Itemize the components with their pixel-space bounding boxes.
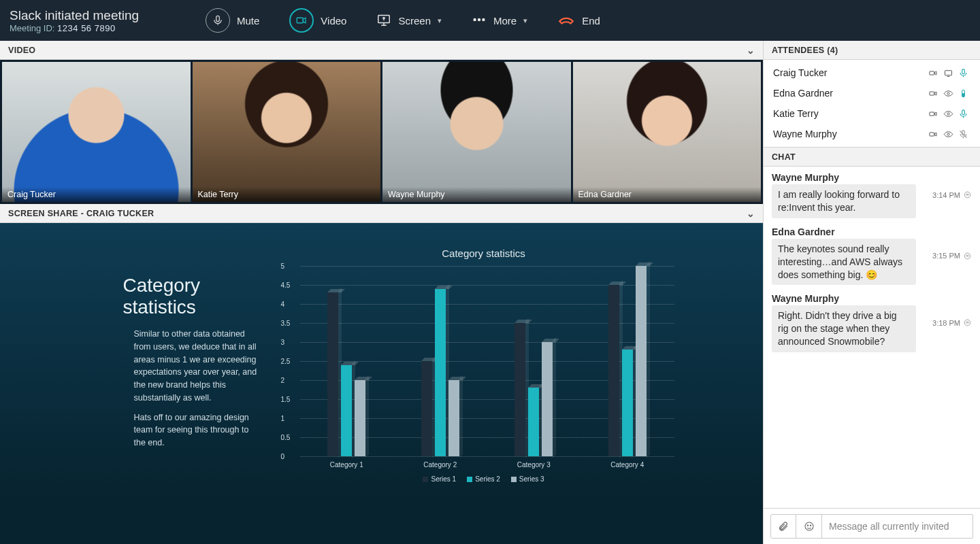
chat-timestamp: 3:15 PM [932, 252, 972, 260]
mute-button[interactable]: Mute [191, 0, 274, 41]
mute-label: Mute [237, 15, 259, 27]
svg-point-24 [810, 525, 811, 526]
chat-panel: CHAT Wayne MurphyI am really looking for… [764, 147, 980, 544]
microphone-icon [956, 68, 970, 78]
svg-point-10 [947, 92, 949, 94]
end-call-button[interactable]: End [542, 0, 615, 41]
svg-point-5 [483, 18, 485, 20]
chat-text-input[interactable] [822, 514, 973, 539]
more-button[interactable]: More ▾ [457, 0, 542, 41]
chat-bubble: The keynotes sound really interesting…an… [772, 239, 916, 286]
svg-point-23 [807, 525, 808, 526]
svg-point-19 [964, 192, 970, 199]
svg-point-17 [947, 133, 949, 135]
eye-icon [941, 129, 956, 139]
chat-message: Edna GardnerThe keynotes sound really in… [772, 226, 972, 286]
meeting-info: Slack initiated meeting Meeting ID: 1234… [0, 8, 191, 33]
chevron-down-icon: ⌄ [747, 208, 755, 219]
video-tile[interactable]: Craig Tucker [2, 62, 191, 202]
microphone-muted-icon [956, 129, 970, 139]
slide-heading: Category statistics [123, 275, 259, 318]
svg-point-21 [964, 320, 970, 326]
legend-item: Series 1 [423, 475, 456, 483]
svg-point-3 [474, 18, 476, 20]
svg-rect-9 [929, 92, 934, 95]
camera-icon [289, 8, 314, 33]
video-strip: Craig Tucker Katie Terry Wayne Murphy Ed… [0, 60, 763, 204]
more-icon [472, 12, 487, 29]
attendee-name: Craig Tucker [773, 67, 926, 78]
video-section-title: VIDEO [8, 46, 35, 55]
camera-icon [926, 109, 941, 119]
attendees-section-header[interactable]: ATTENDEES (4) [764, 41, 980, 60]
screen-label: Screen [398, 15, 431, 27]
attendee-name: Katie Terry [773, 108, 926, 119]
chart-legend: Series 1 Series 2 Series 3 [273, 475, 695, 483]
chart-title: Category statistics [273, 248, 695, 259]
chat-author: Edna Gardner [772, 226, 927, 237]
camera-icon [926, 68, 941, 78]
chat-author: Wayne Murphy [772, 293, 927, 304]
svg-rect-15 [962, 109, 964, 114]
svg-point-20 [964, 253, 970, 259]
video-tile-name: Edna Gardner [573, 187, 762, 202]
svg-rect-1 [297, 18, 304, 23]
attendees-list: Craig TuckerEdna GardnerKatie TerryWayne… [764, 60, 980, 147]
chat-timestamp: 3:14 PM [932, 190, 972, 199]
hangup-icon [557, 11, 575, 31]
attendee-name: Wayne Murphy [773, 129, 926, 139]
chat-timestamp: 3:18 PM [932, 318, 972, 327]
attendee-row[interactable]: Edna Gardner [764, 83, 980, 103]
chat-section-title: CHAT [772, 152, 796, 162]
attendee-row[interactable]: Katie Terry [764, 103, 980, 124]
video-label: Video [321, 15, 346, 27]
attendee-row[interactable]: Craig Tucker [764, 63, 980, 83]
svg-point-22 [805, 522, 813, 530]
video-tile-name: Craig Tucker [2, 187, 191, 202]
svg-rect-12 [962, 93, 964, 96]
attach-button[interactable] [770, 514, 796, 539]
chat-message: Wayne MurphyI am really looking forward … [772, 172, 972, 218]
video-button[interactable]: Video [274, 0, 361, 41]
attendee-name: Edna Gardner [773, 88, 926, 99]
video-tile-name: Katie Terry [193, 187, 381, 202]
meeting-top-bar: Slack initiated meeting Meeting ID: 1234… [0, 0, 980, 41]
end-label: End [582, 15, 600, 27]
smile-icon [804, 521, 815, 532]
emoji-button[interactable] [796, 514, 822, 539]
svg-point-14 [947, 112, 949, 114]
chat-section-header[interactable]: CHAT [764, 148, 980, 167]
screen-share-button[interactable]: Screen ▾ [361, 0, 457, 41]
shared-slide: Category statistics Similar to other dat… [69, 227, 695, 544]
video-tile[interactable]: Edna Gardner [573, 62, 762, 202]
audio-level-icon [956, 88, 970, 99]
svg-rect-0 [216, 16, 220, 21]
meeting-id-value: 1234 56 7890 [57, 23, 116, 33]
screenshare-section-title: SCREEN SHARE - CRAIG TUCKER [8, 209, 154, 218]
screenshare-section-header[interactable]: SCREEN SHARE - CRAIG TUCKER ⌄ [0, 204, 763, 223]
svg-rect-13 [929, 112, 934, 116]
eye-icon [941, 109, 956, 119]
legend-item: Series 3 [511, 475, 544, 483]
eye-icon [941, 88, 956, 99]
chat-bubble: I am really looking forward to re:Invent… [772, 184, 916, 218]
screen-icon [376, 12, 391, 29]
video-tile[interactable]: Wayne Murphy [382, 62, 571, 202]
attendee-row[interactable]: Wayne Murphy [764, 124, 980, 144]
meeting-id-label: Meeting ID: [10, 23, 54, 33]
camera-icon [926, 129, 941, 139]
meeting-id-row: Meeting ID: 1234 56 7890 [10, 23, 191, 33]
chevron-down-icon: ⌄ [747, 45, 755, 56]
chat-message-list: Wayne MurphyI am really looking forward … [764, 167, 980, 508]
attendees-section-title: ATTENDEES (4) [772, 46, 838, 55]
svg-rect-8 [962, 69, 964, 73]
video-section-header[interactable]: VIDEO ⌄ [0, 41, 763, 60]
video-tile[interactable]: Katie Terry [193, 62, 381, 202]
chat-message: Wayne MurphyRight. Didn't they drive a b… [772, 293, 972, 352]
paperclip-icon [778, 521, 789, 532]
svg-point-4 [478, 18, 480, 20]
microphone-icon [206, 8, 230, 33]
meeting-title: Slack initiated meeting [10, 8, 191, 23]
chat-bubble: Right. Didn't they drive a big rig on th… [772, 305, 916, 352]
meeting-controls: Mute Video Screen ▾ More ▾ End [191, 0, 615, 41]
